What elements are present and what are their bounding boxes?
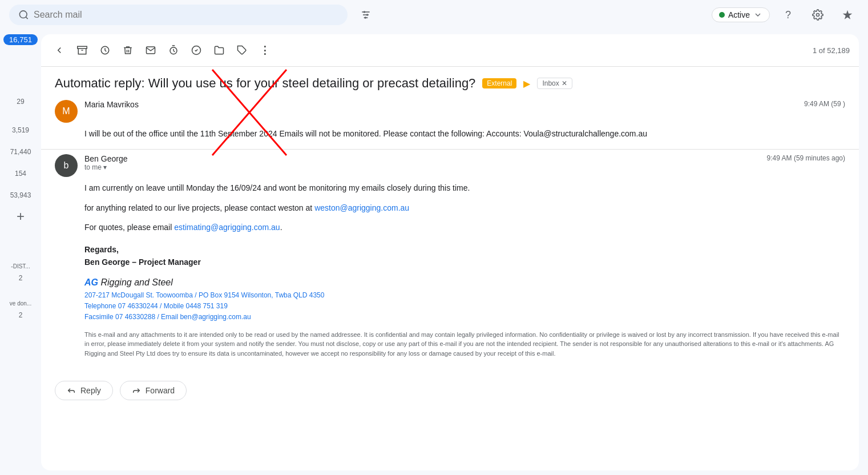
- sidebar-count-4: 154: [15, 167, 26, 180]
- company-phone: Telephone 07 46330244 / Mobile 0448 751 …: [84, 301, 845, 312]
- search-box[interactable]: [9, 5, 348, 25]
- email-message-2: b Ben George to me ▾ 9:49 AM (59 minutes…: [41, 150, 859, 367]
- svg-point-8: [817, 14, 819, 17]
- settings-button[interactable]: [806, 3, 829, 26]
- trash-icon: [123, 45, 133, 55]
- back-icon: [54, 45, 64, 55]
- company-fax: Facsimile 07 46330288 / Email ben@agrigg…: [84, 312, 845, 323]
- forward-label: Forward: [146, 386, 175, 395]
- tag-external[interactable]: External: [482, 78, 516, 88]
- msg-body-2: I am currently on leave untill Monday th…: [55, 182, 845, 358]
- chevron-down-icon: [753, 10, 762, 19]
- svg-point-0: [19, 11, 27, 18]
- reply-button[interactable]: Reply: [55, 381, 113, 400]
- gear-icon: [812, 9, 823, 21]
- msg-header-1: M Maria Mavrikos 9:49 AM (59 ): [55, 100, 845, 123]
- reply-icon: [67, 386, 76, 395]
- archive-button[interactable]: [73, 41, 91, 59]
- ben-email-link[interactable]: ben@agrigging.com.au: [180, 313, 251, 321]
- active-status[interactable]: Active: [712, 7, 770, 22]
- mark-unread-button[interactable]: [142, 41, 160, 59]
- reply-label: Reply: [80, 386, 101, 395]
- search-icon: [18, 9, 29, 21]
- more-icon: ⋮: [260, 44, 271, 57]
- back-button[interactable]: [50, 41, 68, 59]
- sidebar-count-1: 29: [17, 95, 24, 108]
- msg-header-left-2: b Ben George to me ▾: [55, 154, 128, 177]
- company-address: 207-217 McDougall St. Toowoomba / PO Box…: [84, 290, 845, 301]
- move-to-button[interactable]: [210, 41, 228, 59]
- filter-button[interactable]: [354, 3, 377, 26]
- msg-time-1: 9:49 AM (59 ): [804, 100, 845, 108]
- label-button[interactable]: [233, 41, 251, 59]
- check-circle-icon: [191, 45, 201, 55]
- sidebar-dist-count: 2: [19, 272, 23, 284]
- action-buttons: Reply Forward: [41, 367, 859, 414]
- search-input[interactable]: [34, 10, 338, 20]
- sender-to-2: to me ▾: [84, 163, 128, 171]
- add-account-button[interactable]: +: [17, 208, 25, 224]
- active-label: Active: [728, 10, 750, 19]
- active-dot: [719, 12, 725, 18]
- email-disclaimer: This e-mail and any attachments to it ar…: [84, 330, 845, 359]
- top-bar-right: Active ?: [712, 3, 859, 26]
- envelope-icon: [146, 45, 156, 55]
- regards-line: Regards,: [84, 243, 845, 256]
- svg-point-7: [365, 17, 366, 18]
- sparkle-button[interactable]: [836, 3, 859, 26]
- snooze2-button[interactable]: [164, 41, 183, 59]
- svg-point-5: [364, 11, 365, 13]
- estimating-email-link[interactable]: estimating@agrigging.com.au: [174, 223, 280, 232]
- svg-point-6: [366, 14, 368, 15]
- tag-inbox[interactable]: Inbox ✕: [537, 78, 572, 89]
- sparkle-icon: [842, 9, 853, 21]
- top-bar: Active ?: [0, 0, 868, 30]
- email-subject-row: Automatic reply: Will you use us for you…: [41, 67, 859, 95]
- sidebar-wedon-count: 2: [19, 309, 23, 321]
- sender-name-2: Ben George: [84, 154, 128, 163]
- close-inbox-icon[interactable]: ✕: [562, 79, 567, 87]
- msg-header-left-1: M Maria Mavrikos: [55, 100, 139, 123]
- snooze-icon: [168, 45, 179, 55]
- signature-name: Ben George – Project Manager: [84, 256, 845, 268]
- sender-name-1: Maria Mavrikos: [84, 100, 139, 109]
- msg-header-2: b Ben George to me ▾ 9:49 AM (59 minutes…: [55, 154, 845, 177]
- filter-icon: [360, 9, 372, 21]
- unread-count-badge[interactable]: 16,751: [3, 34, 38, 45]
- tag-arrow-icon: ▶: [523, 78, 530, 89]
- avatar-maria: M: [55, 100, 78, 123]
- snooze-button[interactable]: [96, 41, 114, 59]
- task-button[interactable]: [187, 41, 205, 59]
- sidebar-count-2: 3,519: [12, 124, 29, 136]
- forward-button[interactable]: Forward: [120, 381, 187, 400]
- to-dropdown-icon[interactable]: ▾: [103, 163, 107, 171]
- email-area: ⋮ 1 of 52,189 Automatic reply: Will you …: [41, 34, 859, 470]
- email-count: 1 of 52,189: [813, 46, 850, 55]
- more-button[interactable]: ⋮: [256, 41, 274, 59]
- email-area-wrapper: ⋮ 1 of 52,189 Automatic reply: Will you …: [41, 30, 868, 475]
- label-icon: [237, 45, 247, 55]
- help-icon: ?: [785, 9, 791, 21]
- sidebar-wedon-label: ve don...: [7, 300, 34, 307]
- email-toolbar: ⋮ 1 of 52,189: [41, 34, 859, 67]
- sidebar: 16,751 29 3,519 71,440 154 53,943 + -DIS…: [0, 30, 41, 475]
- sidebar-count-3: 71,440: [10, 146, 31, 158]
- archive-icon: [77, 45, 87, 55]
- email-message-1: M Maria Mavrikos 9:49 AM (59 ) I will be…: [41, 95, 859, 150]
- folder-icon: [214, 45, 224, 55]
- main-layout: 16,751 29 3,519 71,440 154 53,943 + -DIS…: [0, 30, 868, 475]
- svg-line-1: [26, 17, 27, 19]
- svg-line-16: [173, 51, 175, 52]
- weston-email-link[interactable]: weston@agrigging.com.au: [314, 203, 409, 212]
- clock-icon: [100, 45, 110, 55]
- sidebar-dist-label: -DIST...: [9, 263, 32, 269]
- avatar-ben: b: [55, 154, 78, 177]
- company-name: AG Rigging and Steel: [84, 275, 845, 290]
- sidebar-count-5: 53,943: [10, 189, 31, 202]
- msg-time-2: 9:49 AM (59 minutes ago): [767, 154, 845, 162]
- msg-body-1: I will be out of the office until the 11…: [55, 127, 845, 140]
- svg-rect-11: [78, 46, 87, 49]
- help-button[interactable]: ?: [777, 3, 800, 26]
- delete-button[interactable]: [119, 41, 137, 59]
- forward-icon: [132, 386, 141, 395]
